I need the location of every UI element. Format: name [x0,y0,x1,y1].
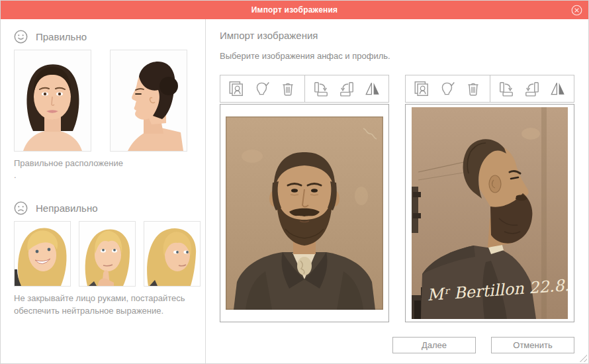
example-photo-profile [110,50,187,152]
incorrect-section-label: Неправильно [36,203,98,214]
select-photo-button[interactable] [226,79,246,99]
flip-horizontal-button[interactable] [363,79,383,99]
rotate-left-icon [523,80,541,97]
import-instruction: Выберите изображения анфас и профиль. [220,51,574,61]
trash-icon [279,80,296,97]
face-check-icon [439,80,456,97]
front-image-panel[interactable] [220,104,389,322]
rotate-right-button[interactable] [311,79,331,99]
incorrect-caption: Не закрывайте лицо руками, постарайтесь … [14,293,193,316]
example-photo-wrong-1 [14,221,71,287]
front-mugshot-image [226,116,383,310]
cancel-button[interactable]: Отменить [491,337,574,353]
rotate-right-icon [312,80,330,97]
close-icon [571,5,582,16]
next-button[interactable]: Далее [392,337,476,353]
trash-icon [465,80,482,97]
select-photo-icon [228,80,245,97]
face-check-button[interactable] [437,79,457,99]
select-photo-icon [413,80,430,97]
front-toolbar [220,75,389,103]
rotate-left-button[interactable] [522,79,542,99]
example-photo-wrong-3 [144,221,201,287]
delete-photo-button[interactable] [463,79,483,99]
flip-horizontal-icon [364,80,381,97]
dialog-title: Импорт изображения [251,5,338,15]
close-button[interactable] [570,4,582,16]
face-check-button[interactable] [252,79,272,99]
rotate-left-button[interactable] [337,79,357,99]
import-heading: Импорт изображения [220,30,574,41]
titlebar: Импорт изображения [1,1,588,19]
select-photo-button[interactable] [412,79,431,99]
example-photo-front [14,50,91,152]
rotate-right-button[interactable] [496,79,516,99]
profile-photo-column: Mʳ Bertillon 22.8.1900 [405,75,574,322]
smiley-sad-icon [14,201,28,215]
delete-photo-button[interactable] [278,79,298,99]
toolbar-separator [304,75,305,102]
import-panel: Импорт изображения Выберите изображения … [206,19,588,363]
correct-section-label: Правильно [36,31,87,42]
profile-toolbar [405,75,574,103]
rotate-right-icon [498,80,515,97]
import-image-dialog: Импорт изображения Правильно [0,0,589,364]
face-check-icon [253,80,271,97]
toolbar-separator [490,75,490,102]
rotate-left-icon [338,80,355,97]
profile-image-panel[interactable]: Mʳ Bertillon 22.8.1900 [405,104,574,322]
flip-horizontal-button[interactable] [548,79,568,99]
smiley-happy-icon [14,30,28,44]
guidance-panel: Правильно [1,19,206,363]
profile-mugshot-image: Mʳ Bertillon 22.8.1900 [412,107,568,319]
correct-caption: Правильное расположение . [14,158,193,181]
example-photo-wrong-2 [79,221,136,287]
front-photo-column [220,75,389,322]
flip-horizontal-icon [549,80,566,97]
